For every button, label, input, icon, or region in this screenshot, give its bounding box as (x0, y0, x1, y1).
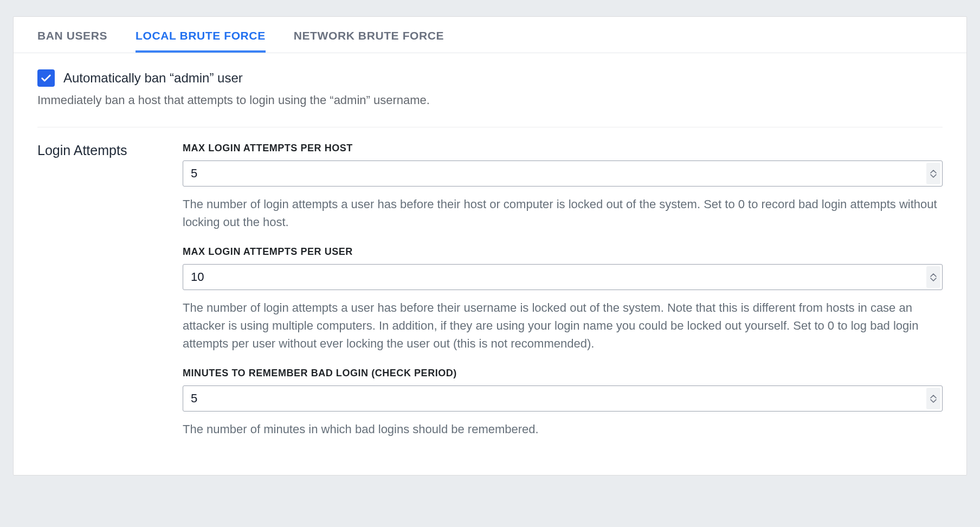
minutes-remember-help: The number of minutes in which bad login… (183, 420, 943, 438)
chevron-up-icon (930, 395, 937, 399)
max-per-host-label: MAX LOGIN ATTEMPTS PER HOST (183, 143, 943, 154)
max-per-user-input-wrap (183, 264, 943, 290)
auto-ban-row: Automatically ban “admin” user (37, 69, 943, 87)
max-per-host-help: The number of login attempts a user has … (183, 195, 943, 231)
chevron-up-icon (930, 273, 937, 277)
tab-network-brute-force[interactable]: NETWORK BRUTE FORCE (294, 17, 444, 53)
fields-column: MAX LOGIN ATTEMPTS PER HOST The number o… (183, 143, 943, 453)
auto-ban-label: Automatically ban “admin” user (63, 70, 243, 86)
chevron-down-icon (930, 399, 937, 403)
field-max-per-host: MAX LOGIN ATTEMPTS PER HOST The number o… (183, 143, 943, 231)
tabs-bar: BAN USERS LOCAL BRUTE FORCE NETWORK BRUT… (14, 17, 966, 53)
max-per-host-input-wrap (183, 160, 943, 187)
minutes-remember-stepper[interactable] (926, 388, 940, 409)
divider (37, 127, 943, 127)
chevron-up-icon (930, 170, 937, 173)
section-title: Login Attempts (37, 143, 183, 158)
login-attempts-section: Login Attempts MAX LOGIN ATTEMPTS PER HO… (37, 143, 943, 453)
tab-ban-users[interactable]: BAN USERS (37, 17, 107, 53)
tab-content: Automatically ban “admin” user Immediate… (14, 53, 966, 475)
auto-ban-checkbox[interactable] (37, 69, 55, 87)
auto-ban-help: Immediately ban a host that attempts to … (37, 91, 943, 110)
field-minutes-remember: MINUTES TO REMEMBER BAD LOGIN (CHECK PER… (183, 368, 943, 438)
check-icon (40, 72, 52, 84)
minutes-remember-label: MINUTES TO REMEMBER BAD LOGIN (CHECK PER… (183, 368, 943, 379)
minutes-remember-input-wrap (183, 385, 943, 412)
max-per-user-help: The number of login attempts a user has … (183, 299, 943, 352)
settings-card: BAN USERS LOCAL BRUTE FORCE NETWORK BRUT… (13, 16, 967, 475)
tab-local-brute-force[interactable]: LOCAL BRUTE FORCE (136, 17, 266, 53)
max-per-user-stepper[interactable] (926, 266, 940, 288)
max-per-user-label: MAX LOGIN ATTEMPTS PER USER (183, 246, 943, 258)
field-max-per-user: MAX LOGIN ATTEMPTS PER USER The number o… (183, 246, 943, 352)
chevron-down-icon (930, 174, 937, 178)
max-per-host-input[interactable] (183, 160, 943, 187)
max-per-host-stepper[interactable] (926, 163, 940, 184)
minutes-remember-input[interactable] (183, 385, 943, 412)
max-per-user-input[interactable] (183, 264, 943, 290)
chevron-down-icon (930, 278, 937, 281)
